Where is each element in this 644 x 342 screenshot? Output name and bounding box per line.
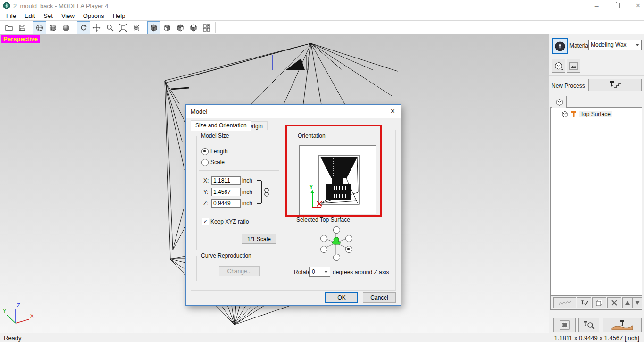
keep-xyz-ratio-label: Keep XYZ ratio <box>210 218 249 225</box>
dome-icon <box>569 61 578 71</box>
top-surface-radio-bottom[interactable] <box>333 254 340 261</box>
top-surface-radio-left-upper[interactable] <box>320 235 327 242</box>
viewport-3d[interactable]: Perspective Z Y X Model × Size and Orien… <box>0 34 549 333</box>
sphere-icon <box>62 24 70 32</box>
preview-cutting-button[interactable] <box>578 318 599 332</box>
delete-process-button[interactable] <box>607 297 621 308</box>
change-button[interactable]: Change... <box>219 266 260 276</box>
pan-button[interactable] <box>90 21 103 34</box>
cube-view3-icon <box>176 24 184 32</box>
y-unit-label: inch <box>242 189 252 195</box>
dialog-close-icon[interactable]: × <box>391 107 395 116</box>
material-dropdown[interactable]: Modeling Wax <box>588 40 642 50</box>
toolpath-button[interactable] <box>553 297 576 308</box>
view-iso1-button[interactable] <box>147 21 160 34</box>
move-up-button[interactable] <box>622 297 632 308</box>
rotate-value: 0 <box>312 268 315 275</box>
open-file-button[interactable] <box>2 21 16 34</box>
length-radio[interactable] <box>201 148 209 155</box>
tree-item-label: Top Surface <box>579 111 612 117</box>
app-window: 2_mould_back - MODELA Player 4 – × File … <box>0 0 644 342</box>
material-label: Material <box>569 42 590 49</box>
divider <box>549 75 644 76</box>
cube-view1-icon <box>150 24 158 32</box>
view-iso3-button[interactable] <box>174 21 187 34</box>
top-surface-radio-top[interactable] <box>333 226 340 234</box>
model-display-button[interactable] <box>552 59 565 73</box>
close-button[interactable]: × <box>636 0 640 11</box>
cube-icon <box>561 110 569 118</box>
menu-edit[interactable]: Edit <box>20 12 39 19</box>
zoom-button[interactable] <box>103 21 117 34</box>
material-value: Modeling Wax <box>591 42 627 48</box>
wireframe-view-button[interactable] <box>33 21 46 34</box>
view-mode-badge: Perspective <box>1 35 40 43</box>
minimize-button[interactable]: – <box>595 0 599 11</box>
toolbar <box>0 20 644 35</box>
dialog-title-bar[interactable]: Model × <box>186 105 401 118</box>
rotate-view-button[interactable] <box>77 21 90 34</box>
model-dialog: Model × Size and Orientation Origin Mode… <box>185 104 401 306</box>
z-size-field[interactable] <box>211 199 241 208</box>
window-title: 2_mould_back - MODELA Player 4 <box>13 2 109 9</box>
menu-view[interactable]: View <box>57 12 79 19</box>
model-dimensions: 1.1811 x 0.9449 x 1.4567 [inch] <box>554 334 639 342</box>
quad-view-button[interactable] <box>200 21 213 34</box>
cube-icon <box>554 61 563 71</box>
x-label: X: <box>203 177 209 184</box>
save-button[interactable] <box>16 21 29 34</box>
y-size-field[interactable] <box>211 188 241 196</box>
menu-file[interactable]: File <box>2 12 20 19</box>
start-cutting-button[interactable] <box>603 318 642 332</box>
up-arrow-icon <box>625 300 630 305</box>
hidden-line-view-button[interactable] <box>46 21 59 34</box>
top-surface-radio-right-lower[interactable] <box>345 246 352 253</box>
menu-help[interactable]: Help <box>109 12 130 19</box>
globe-wireframe-icon <box>35 24 44 32</box>
y-label: Y: <box>203 189 209 195</box>
material-button[interactable] <box>552 38 568 54</box>
title-bar: 2_mould_back - MODELA Player 4 – × <box>0 0 644 11</box>
compass-icon <box>554 41 566 52</box>
menu-set[interactable]: Set <box>39 12 57 19</box>
scale-1-1-button[interactable]: 1/1 Scale <box>242 234 276 244</box>
scale-radio[interactable] <box>201 159 209 166</box>
view-iso2-button[interactable] <box>160 21 174 34</box>
tool-settings-button[interactable] <box>577 297 591 308</box>
keep-xyz-ratio-checkbox[interactable]: ✓ <box>202 218 209 225</box>
axis-x-label: X <box>30 313 34 319</box>
view-iso4-button[interactable] <box>187 21 200 34</box>
zoom-to-object-button[interactable] <box>130 21 143 34</box>
selected-top-surface-label: Selected Top Surface <box>296 217 350 223</box>
tab-size-and-orientation[interactable]: Size and Orientation <box>191 120 251 131</box>
ok-button[interactable]: OK <box>325 292 358 303</box>
rotate-icon <box>79 24 88 32</box>
milling-steps-icon <box>608 81 622 89</box>
shaded-view-button[interactable] <box>59 21 73 34</box>
preview-shape-button[interactable] <box>567 59 580 73</box>
tool-magnifier-icon <box>583 320 595 330</box>
workpiece-frame-button[interactable] <box>553 318 576 332</box>
fit-to-screen-button[interactable] <box>117 21 130 34</box>
rotate-dropdown[interactable]: 0 <box>309 267 330 277</box>
move-down-button[interactable] <box>632 297 642 308</box>
chevron-down-icon <box>324 271 328 273</box>
cutting-material-icon <box>611 320 634 330</box>
copy-process-button[interactable] <box>592 297 606 308</box>
cancel-button[interactable]: Cancel <box>363 292 396 303</box>
axis-indicator: Z Y X <box>2 300 40 329</box>
highlight-annotation <box>285 125 382 217</box>
axis-z-label: Z <box>17 302 20 308</box>
restore-button[interactable] <box>615 3 620 8</box>
menu-options[interactable]: Options <box>79 12 109 19</box>
list-item[interactable]: Top Surface <box>552 110 612 118</box>
dialog-title: Model <box>191 108 207 115</box>
scale-label: Scale <box>210 159 225 166</box>
toolbar-separator <box>145 22 145 33</box>
top-surface-radio-right-upper[interactable] <box>345 235 352 242</box>
process-list[interactable]: Top Surface <box>551 108 642 296</box>
x-size-field[interactable] <box>211 176 241 185</box>
new-process-button[interactable] <box>588 79 642 91</box>
top-surface-radio-left-lower[interactable] <box>320 246 327 253</box>
process-list-tab[interactable] <box>552 96 567 108</box>
